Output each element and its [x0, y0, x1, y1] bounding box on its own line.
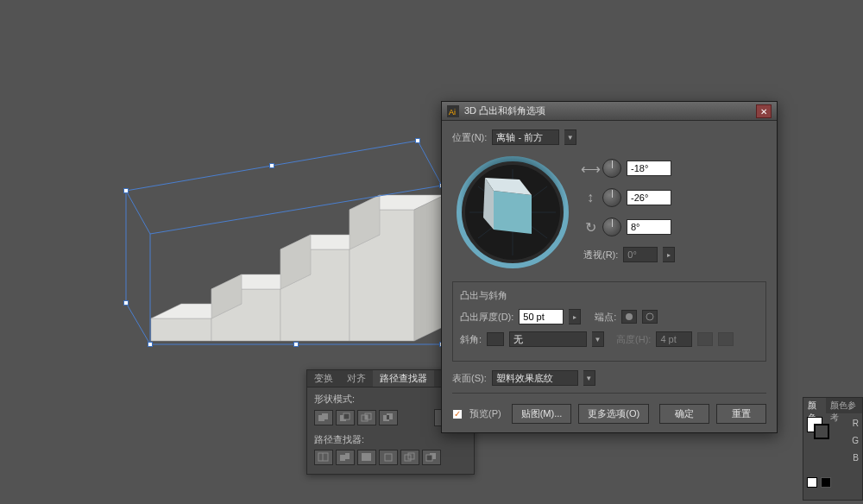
- svg-point-50: [646, 313, 653, 320]
- bevel-out-button: [718, 332, 734, 346]
- trim-button[interactable]: [336, 450, 355, 465]
- position-select-arrow[interactable]: ▼: [564, 129, 576, 145]
- channel-g-label: G: [852, 436, 859, 445]
- bevel-select-arrow[interactable]: ▼: [592, 331, 604, 347]
- default-white-swatch[interactable]: [807, 477, 817, 488]
- minus-front-button[interactable]: [336, 410, 355, 425]
- svg-marker-46: [494, 191, 532, 234]
- svg-rect-36: [426, 455, 432, 461]
- tab-color-guide[interactable]: 颜色参考: [826, 398, 862, 413]
- surface-label: 表面(S):: [452, 372, 487, 385]
- svg-line-14: [126, 191, 150, 234]
- merge-button[interactable]: [357, 450, 376, 465]
- color-panel[interactable]: 颜色 颜色参考 R G B: [803, 397, 863, 501]
- crop-button[interactable]: [379, 450, 398, 465]
- depth-input[interactable]: [519, 309, 564, 324]
- angle-x-dial[interactable]: [602, 159, 621, 178]
- bevel-height-input: [656, 331, 692, 347]
- surface-select-arrow[interactable]: ▼: [583, 370, 595, 386]
- minus-back-button[interactable]: [422, 450, 441, 465]
- unite-button[interactable]: [314, 410, 333, 425]
- bevel-in-button: [697, 332, 713, 346]
- outline-button[interactable]: [400, 450, 419, 465]
- angle-y-dial[interactable]: [602, 188, 621, 207]
- cap-label: 端点:: [595, 311, 616, 324]
- exclude-button[interactable]: [379, 410, 398, 425]
- more-options-button[interactable]: 更多选项(O): [578, 404, 649, 424]
- bevel-preview-icon: [487, 332, 504, 346]
- svg-rect-30: [345, 453, 350, 459]
- default-black-swatch[interactable]: [821, 477, 831, 488]
- rotation-trackball[interactable]: [452, 152, 573, 273]
- extrude-section-label: 凸出与斜角: [460, 289, 759, 302]
- svg-text:Ai: Ai: [449, 108, 456, 117]
- stroke-swatch[interactable]: [814, 424, 829, 439]
- svg-rect-20: [343, 413, 350, 419]
- svg-marker-13: [126, 141, 442, 344]
- position-select[interactable]: 离轴 - 前方: [492, 129, 559, 145]
- dialog-title: 3D 凸出和斜角选项: [464, 104, 756, 117]
- angle-y-input[interactable]: [627, 190, 671, 205]
- divide-button[interactable]: [314, 450, 333, 465]
- intersect-button[interactable]: [357, 410, 376, 425]
- perspective-stepper[interactable]: ▸: [663, 247, 675, 262]
- svg-rect-29: [340, 455, 345, 461]
- angle-z-dial[interactable]: [602, 217, 621, 236]
- svg-rect-18: [322, 413, 328, 419]
- rotate-y-icon: ↕: [583, 191, 597, 205]
- perspective-label: 透视(R):: [583, 249, 618, 261]
- depth-stepper[interactable]: ▸: [569, 309, 581, 324]
- rotate-x-icon: ⟷: [583, 161, 597, 175]
- extrude-bevel-fieldset: 凸出与斜角 凸出厚度(D): ▸ 端点: 斜角: 无 ▼ 高度(H):: [452, 281, 766, 362]
- dialog-titlebar[interactable]: Ai 3D 凸出和斜角选项 ✕: [442, 102, 777, 121]
- reset-button[interactable]: 重置: [716, 404, 766, 424]
- channel-r-label: R: [853, 419, 859, 428]
- svg-rect-26: [387, 415, 389, 419]
- pathfinders-label: 路径查找器:: [314, 433, 467, 446]
- cap-off-button[interactable]: [642, 310, 658, 324]
- cap-on-button[interactable]: [621, 310, 637, 324]
- position-label: 位置(N):: [452, 131, 487, 144]
- tab-align[interactable]: 对齐: [340, 370, 373, 387]
- angle-x-input[interactable]: [627, 161, 671, 176]
- svg-rect-31: [362, 453, 371, 461]
- ok-button[interactable]: 确定: [659, 404, 709, 424]
- svg-rect-32: [385, 454, 392, 461]
- preview-label[interactable]: 预览(P): [469, 407, 501, 420]
- tab-transform[interactable]: 变换: [307, 370, 340, 387]
- surface-select[interactable]: 塑料效果底纹: [492, 370, 578, 386]
- close-button[interactable]: ✕: [756, 104, 772, 118]
- channel-b-label: B: [853, 453, 859, 463]
- svg-line-15: [150, 186, 442, 234]
- bevel-select[interactable]: 无: [509, 331, 587, 347]
- svg-rect-23: [365, 415, 368, 419]
- rotate-z-icon: ↻: [583, 220, 597, 234]
- color-panel-tabs: 颜色 颜色参考: [803, 398, 862, 413]
- selection-bounding-box[interactable]: [124, 139, 444, 348]
- angle-z-input[interactable]: [627, 219, 671, 235]
- tab-color[interactable]: 颜色: [803, 398, 826, 413]
- app-icon: Ai: [447, 105, 459, 117]
- depth-label: 凸出厚度(D):: [460, 311, 513, 324]
- preview-checkbox[interactable]: ✓: [452, 409, 463, 419]
- bevel-height-label: 高度(H):: [616, 333, 651, 346]
- svg-point-49: [626, 313, 633, 320]
- dialog-3d-extrude-bevel[interactable]: Ai 3D 凸出和斜角选项 ✕ 位置(N): 离轴 - 前方 ▼: [441, 101, 778, 433]
- map-art-button[interactable]: 贴图(M)...: [512, 404, 572, 424]
- tab-pathfinder[interactable]: 路径查找器: [373, 370, 434, 387]
- bevel-label: 斜角:: [460, 333, 482, 346]
- perspective-input[interactable]: [623, 247, 658, 262]
